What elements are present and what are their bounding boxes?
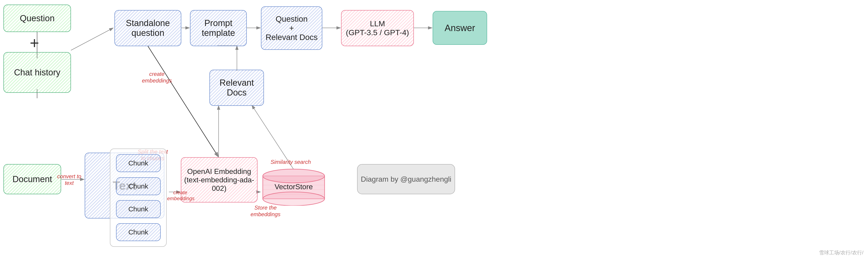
relevant-docs-node: RelevantDocs [210,70,264,106]
chat-history-node: Chat history [3,52,71,93]
question-label: Question [20,13,55,23]
chunk2-node: Chunk [116,177,161,195]
svg-line-4 [71,28,113,50]
question-relevant-node: Question+Relevant Docs [261,6,322,50]
diagram-container: Question + Chat history Standalonequesti… [0,0,868,258]
llm-node: LLM(GPT-3.5 / GPT-4) [341,10,414,46]
chunks-container: Chunk Chunk Chunk Chunk [110,149,167,247]
vectorstore-svg: VectorStore [260,167,327,206]
watermark: 雪球工场/农行/农行/ [819,249,863,256]
answer-label: Answer [444,23,475,33]
document-label: Document [12,174,52,184]
chunk3-node: Chunk [116,200,161,218]
create-embeddings-bottom-label: create embeddings [167,190,193,202]
diagram-label-text: Diagram by @guangzhengli [361,175,451,184]
chunk1-node: Chunk [116,154,161,172]
vectorstore-node: VectorStore [260,167,327,206]
answer-node: Answer [433,11,487,45]
question-relevant-label: Question+Relevant Docs [266,14,318,42]
svg-point-18 [263,169,324,183]
openai-embedding-label: OpenAI Embedding(text-embedding-ada-002) [184,167,255,193]
svg-text:VectorStore: VectorStore [275,183,313,191]
llm-label: LLM(GPT-3.5 / GPT-4) [346,19,409,37]
prompt-template-node: Prompttemplate [190,10,247,46]
svg-line-9 [148,46,219,157]
standalone-question-label: Standalonequestion [126,18,170,38]
diagram-label-node: Diagram by @guangzhengli [357,164,455,194]
convert-to-text-label: convert to text [53,173,86,186]
store-embeddings-label: Store the embeddings [240,205,291,218]
chunk4-node: Chunk [116,223,161,241]
standalone-question-node: Standalonequestion [115,10,181,46]
plus-sign: + [30,34,39,52]
svg-point-19 [263,192,324,206]
similarity-search-label: Similarity search [269,159,312,165]
create-embeddings-top-label: create embeddings [142,71,172,84]
question-node: Question [3,5,71,32]
prompt-template-label: Prompttemplate [202,18,235,38]
chat-history-label: Chat history [14,68,60,77]
relevant-docs-label: RelevantDocs [219,78,254,98]
